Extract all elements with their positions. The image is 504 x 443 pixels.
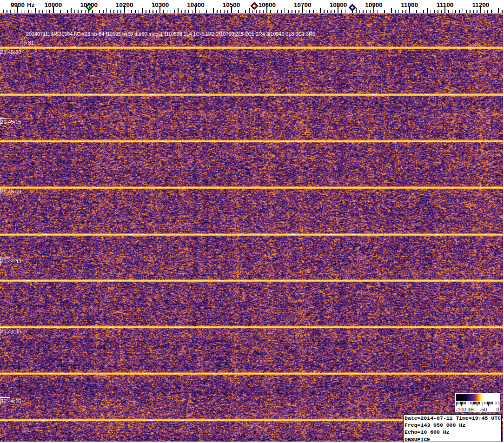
svg-text:-100 dB: -100 dB bbox=[456, 407, 474, 412]
svg-text:9900: 9900 bbox=[11, 1, 25, 8]
svg-text:11000: 11000 bbox=[401, 1, 418, 8]
svg-text:0: 0 bbox=[496, 407, 499, 412]
svg-text:11200: 11200 bbox=[472, 1, 489, 8]
svg-text:10300: 10300 bbox=[152, 1, 169, 8]
svg-text:10200: 10200 bbox=[116, 1, 133, 8]
svg-text:11100: 11100 bbox=[437, 1, 453, 8]
svg-text:Hz: Hz bbox=[27, 1, 35, 8]
svg-text:10900: 10900 bbox=[365, 1, 383, 8]
svg-text:-50: -50 bbox=[480, 407, 487, 412]
svg-text:10000: 10000 bbox=[45, 1, 62, 8]
svg-text:10800: 10800 bbox=[330, 1, 347, 8]
svg-text:10400: 10400 bbox=[187, 1, 205, 8]
svg-text:10500: 10500 bbox=[223, 1, 240, 8]
svg-text:10600: 10600 bbox=[258, 1, 276, 8]
svg-text:10700: 10700 bbox=[294, 1, 312, 8]
